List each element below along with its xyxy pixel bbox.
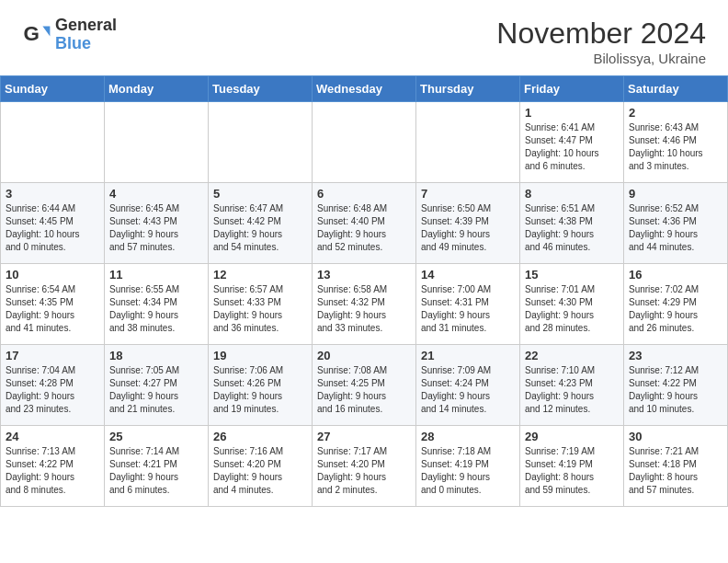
day-info: Sunrise: 7:06 AM Sunset: 4:26 PM Dayligh…: [213, 364, 307, 416]
day-number: 10: [6, 268, 99, 282]
day-number: 9: [629, 187, 722, 201]
day-number: 3: [6, 187, 99, 201]
day-number: 6: [317, 187, 411, 201]
week-row-3: 10Sunrise: 6:54 AM Sunset: 4:35 PM Dayli…: [1, 264, 728, 345]
day-info: Sunrise: 7:09 AM Sunset: 4:24 PM Dayligh…: [421, 364, 515, 416]
weekday-header-friday: Friday: [520, 76, 624, 102]
weekday-header-wednesday: Wednesday: [313, 76, 416, 102]
calendar-cell: 1Sunrise: 6:41 AM Sunset: 4:47 PM Daylig…: [520, 102, 624, 183]
day-info: Sunrise: 7:00 AM Sunset: 4:31 PM Dayligh…: [421, 283, 515, 335]
day-number: 7: [421, 187, 515, 201]
week-row-2: 3Sunrise: 6:44 AM Sunset: 4:45 PM Daylig…: [1, 183, 728, 264]
day-number: 24: [6, 430, 99, 443]
day-info: Sunrise: 6:57 AM Sunset: 4:33 PM Dayligh…: [213, 283, 307, 335]
day-info: Sunrise: 7:17 AM Sunset: 4:20 PM Dayligh…: [317, 445, 411, 497]
calendar-cell: 23Sunrise: 7:12 AM Sunset: 4:22 PM Dayli…: [624, 345, 728, 426]
day-number: 25: [109, 430, 203, 443]
day-number: 8: [525, 187, 619, 201]
day-info: Sunrise: 6:55 AM Sunset: 4:34 PM Dayligh…: [109, 283, 203, 335]
day-number: 16: [629, 268, 722, 282]
day-info: Sunrise: 7:21 AM Sunset: 4:18 PM Dayligh…: [629, 445, 722, 497]
day-info: Sunrise: 6:44 AM Sunset: 4:45 PM Dayligh…: [6, 202, 99, 254]
calendar-cell: 18Sunrise: 7:05 AM Sunset: 4:27 PM Dayli…: [105, 345, 209, 426]
calendar-cell: 13Sunrise: 6:58 AM Sunset: 4:32 PM Dayli…: [313, 264, 416, 345]
day-info: Sunrise: 7:05 AM Sunset: 4:27 PM Dayligh…: [109, 364, 203, 416]
month-title: November 2024: [496, 17, 706, 51]
weekday-header-monday: Monday: [105, 76, 209, 102]
day-number: 14: [421, 268, 515, 282]
day-number: 21: [421, 349, 515, 362]
day-number: 13: [317, 268, 411, 282]
day-number: 1: [525, 106, 619, 120]
week-row-4: 17Sunrise: 7:04 AM Sunset: 4:28 PM Dayli…: [1, 345, 728, 426]
day-number: 2: [629, 106, 722, 120]
day-info: Sunrise: 7:14 AM Sunset: 4:21 PM Dayligh…: [109, 445, 203, 497]
calendar-cell: [313, 102, 416, 183]
location: Bilolissya, Ukraine: [496, 51, 706, 66]
calendar-cell: 30Sunrise: 7:21 AM Sunset: 4:18 PM Dayli…: [624, 426, 728, 507]
day-number: 26: [213, 430, 307, 443]
weekday-header-saturday: Saturday: [624, 76, 728, 102]
day-number: 11: [109, 268, 203, 282]
weekday-header-tuesday: Tuesday: [209, 76, 313, 102]
logo-general: General: [55, 17, 117, 35]
logo-text: General Blue: [55, 17, 117, 53]
day-info: Sunrise: 6:54 AM Sunset: 4:35 PM Dayligh…: [6, 283, 99, 335]
day-number: 30: [629, 430, 722, 443]
day-number: 23: [629, 349, 722, 362]
week-row-1: 1Sunrise: 6:41 AM Sunset: 4:47 PM Daylig…: [1, 102, 728, 183]
calendar-cell: 4Sunrise: 6:45 AM Sunset: 4:43 PM Daylig…: [105, 183, 209, 264]
day-number: 20: [317, 349, 411, 362]
calendar-table: SundayMondayTuesdayWednesdayThursdayFrid…: [0, 75, 728, 507]
logo-icon: G: [22, 20, 51, 50]
calendar-cell: 14Sunrise: 7:00 AM Sunset: 4:31 PM Dayli…: [416, 264, 520, 345]
week-row-5: 24Sunrise: 7:13 AM Sunset: 4:22 PM Dayli…: [1, 426, 728, 507]
day-number: 27: [317, 430, 411, 443]
day-info: Sunrise: 6:58 AM Sunset: 4:32 PM Dayligh…: [317, 283, 411, 335]
day-info: Sunrise: 7:19 AM Sunset: 4:19 PM Dayligh…: [525, 445, 619, 497]
svg-text:G: G: [24, 22, 40, 45]
logo: G General Blue: [22, 17, 117, 53]
logo-blue: Blue: [55, 35, 117, 53]
day-info: Sunrise: 6:47 AM Sunset: 4:42 PM Dayligh…: [213, 202, 307, 254]
day-info: Sunrise: 7:01 AM Sunset: 4:30 PM Dayligh…: [525, 283, 619, 335]
calendar-cell: 28Sunrise: 7:18 AM Sunset: 4:19 PM Dayli…: [416, 426, 520, 507]
weekday-header-sunday: Sunday: [1, 76, 105, 102]
day-info: Sunrise: 6:50 AM Sunset: 4:39 PM Dayligh…: [421, 202, 515, 254]
day-info: Sunrise: 7:04 AM Sunset: 4:28 PM Dayligh…: [6, 364, 99, 416]
calendar-cell: 3Sunrise: 6:44 AM Sunset: 4:45 PM Daylig…: [1, 183, 105, 264]
calendar-cell: 9Sunrise: 6:52 AM Sunset: 4:36 PM Daylig…: [624, 183, 728, 264]
page-header: G General Blue November 2024 Bilolissya,…: [0, 0, 728, 75]
day-number: 18: [109, 349, 203, 362]
calendar-cell: [105, 102, 209, 183]
calendar-cell: 16Sunrise: 7:02 AM Sunset: 4:29 PM Dayli…: [624, 264, 728, 345]
calendar-cell: 11Sunrise: 6:55 AM Sunset: 4:34 PM Dayli…: [105, 264, 209, 345]
day-info: Sunrise: 7:16 AM Sunset: 4:20 PM Dayligh…: [213, 445, 307, 497]
calendar-cell: 6Sunrise: 6:48 AM Sunset: 4:40 PM Daylig…: [313, 183, 416, 264]
day-info: Sunrise: 6:41 AM Sunset: 4:47 PM Dayligh…: [525, 121, 619, 173]
day-info: Sunrise: 6:48 AM Sunset: 4:40 PM Dayligh…: [317, 202, 411, 254]
day-number: 22: [525, 349, 619, 362]
calendar-cell: 2Sunrise: 6:43 AM Sunset: 4:46 PM Daylig…: [624, 102, 728, 183]
calendar-cell: 20Sunrise: 7:08 AM Sunset: 4:25 PM Dayli…: [313, 345, 416, 426]
day-number: 19: [213, 349, 307, 362]
weekday-header-row: SundayMondayTuesdayWednesdayThursdayFrid…: [1, 76, 728, 102]
calendar-cell: 10Sunrise: 6:54 AM Sunset: 4:35 PM Dayli…: [1, 264, 105, 345]
day-info: Sunrise: 7:18 AM Sunset: 4:19 PM Dayligh…: [421, 445, 515, 497]
svg-marker-1: [42, 26, 50, 36]
day-number: 17: [6, 349, 99, 362]
day-info: Sunrise: 7:02 AM Sunset: 4:29 PM Dayligh…: [629, 283, 722, 335]
calendar-cell: [416, 102, 520, 183]
day-info: Sunrise: 7:13 AM Sunset: 4:22 PM Dayligh…: [6, 445, 99, 497]
calendar-cell: 22Sunrise: 7:10 AM Sunset: 4:23 PM Dayli…: [520, 345, 624, 426]
day-number: 12: [213, 268, 307, 282]
day-number: 28: [421, 430, 515, 443]
calendar-cell: [209, 102, 313, 183]
calendar-cell: 7Sunrise: 6:50 AM Sunset: 4:39 PM Daylig…: [416, 183, 520, 264]
calendar-cell: 19Sunrise: 7:06 AM Sunset: 4:26 PM Dayli…: [209, 345, 313, 426]
calendar-cell: 8Sunrise: 6:51 AM Sunset: 4:38 PM Daylig…: [520, 183, 624, 264]
calendar-cell: [1, 102, 105, 183]
day-info: Sunrise: 6:52 AM Sunset: 4:36 PM Dayligh…: [629, 202, 722, 254]
day-number: 29: [525, 430, 619, 443]
day-info: Sunrise: 6:43 AM Sunset: 4:46 PM Dayligh…: [629, 121, 722, 173]
